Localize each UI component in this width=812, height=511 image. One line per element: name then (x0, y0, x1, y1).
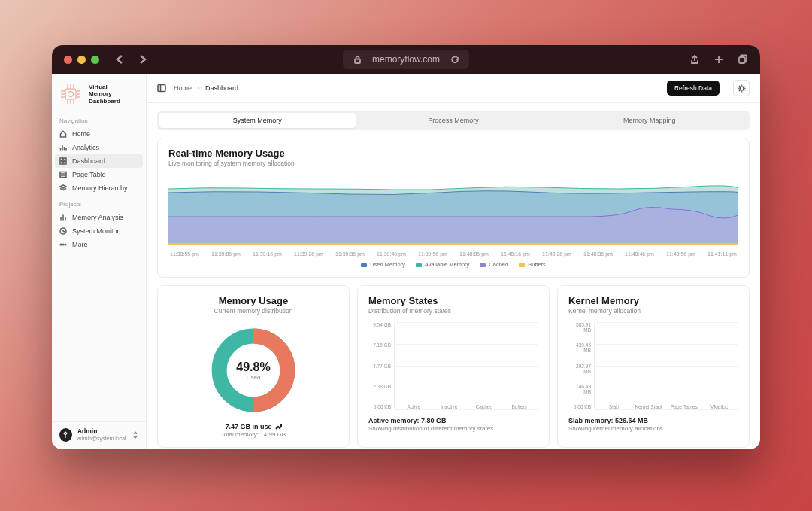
titlebar-actions (689, 54, 748, 65)
forward-icon[interactable] (138, 55, 147, 64)
dashboard-icon (59, 157, 67, 165)
y-axis: 9.54 GB7.15 GB4.77 GB2.38 GB0.00 KB (368, 322, 394, 409)
card-subtitle: Live monitoring of system memory allocat… (168, 160, 738, 167)
svg-rect-18 (60, 158, 63, 161)
maximize-icon[interactable] (91, 56, 99, 64)
svg-rect-21 (64, 162, 67, 165)
svg-point-29 (65, 244, 66, 245)
nav-section-label: Navigation (52, 116, 146, 127)
sidebar-item-dashboard[interactable]: Dashboard (55, 154, 143, 168)
sidebar-item-page-table[interactable]: Page Table (52, 168, 146, 181)
svg-point-28 (62, 244, 64, 245)
svg-line-39 (739, 90, 740, 91)
svg-rect-0 (355, 59, 360, 63)
realtime-chart (168, 178, 738, 245)
realtime-card: Real-time Memory Usage Live monitoring o… (157, 138, 750, 278)
card-title: Real-time Memory Usage (168, 148, 738, 159)
avatar (59, 428, 72, 442)
svg-point-32 (740, 87, 744, 90)
bar-label: Inactive (441, 404, 457, 409)
states-chart: 9.54 GB7.15 GB4.77 GB2.38 GB0.00 KB Acti… (368, 322, 538, 409)
breadcrumb-home[interactable]: Home (174, 84, 192, 92)
bar-label: Kernel Stack (635, 404, 663, 409)
card-title: Memory States (368, 295, 538, 306)
svg-point-27 (60, 244, 62, 245)
bar: Inactive (435, 402, 464, 409)
sidebar-item-memory-analysis[interactable]: Memory Analysis (52, 211, 146, 224)
legend-buf: Buffers (519, 261, 546, 268)
tab-memory-mapping[interactable]: Memory Mapping (551, 113, 747, 128)
url-text: memoryflow.com (372, 54, 440, 65)
sidebar-item-analytics[interactable]: Analytics (52, 141, 146, 154)
kernel-chart: 585.91 MB439.45 MB292.97 MB146.48 MB0.00… (568, 322, 738, 409)
bar: Page Tables (670, 402, 699, 409)
share-icon[interactable] (689, 54, 700, 65)
kernel-foot-main: Slab memory: 526.64 MB (568, 417, 738, 424)
theme-toggle-button[interactable] (733, 80, 750, 96)
main: Home › Dashboard Refresh Data System Mem… (147, 74, 760, 449)
app-window: memoryflow.com Virtual Memory Dashboard (52, 45, 760, 449)
minimize-icon[interactable] (77, 56, 86, 64)
tab-system-memory[interactable]: System Memory (159, 113, 356, 128)
header: Home › Dashboard Refresh Data (147, 74, 760, 103)
table-icon (59, 171, 67, 178)
card-title: Memory Usage (168, 295, 338, 306)
home-icon (59, 130, 67, 138)
bar: Active (399, 402, 429, 409)
tabs-icon[interactable] (738, 54, 748, 65)
card-subtitle: Current memory distribution (168, 307, 338, 315)
breadcrumb: Home › Dashboard (174, 84, 238, 92)
user-area[interactable]: Admin admin@system.local (52, 421, 146, 449)
bar-label: Cached (476, 404, 492, 409)
back-icon[interactable] (116, 55, 125, 64)
nav-arrows (116, 55, 147, 64)
new-tab-icon[interactable] (714, 54, 724, 65)
window-controls (64, 56, 99, 64)
bar: Kernel Stack (635, 402, 664, 409)
kernel-card: Kernel Memory Kernel memory allocation 5… (557, 285, 750, 448)
states-foot-sub: Showing distribution of different memory… (368, 425, 538, 432)
monitor-icon (59, 227, 67, 235)
refresh-button[interactable]: Refresh Data (667, 81, 720, 96)
bar: Slab (599, 402, 629, 409)
bar-label: Active (408, 404, 421, 409)
legend-cached: Cached (480, 261, 508, 268)
logo-icon (58, 81, 83, 107)
usage-foot-sub: Total memory: 14.99 GB (168, 431, 338, 438)
chart-xticks: 11:38:55 pm11:39:06 pm11:39:16 pm11:39:2… (168, 251, 738, 257)
sidebar-item-more[interactable]: More (52, 238, 146, 251)
sidebar-item-memory-hierarchy[interactable]: Memory Hierarchy (52, 181, 146, 195)
bar-label: VMalloc (710, 404, 728, 409)
logo: Virtual Memory Dashboard (52, 74, 146, 116)
tab-process-memory[interactable]: Process Memory (356, 113, 552, 128)
usage-foot-main: 7.47 GB in use (168, 423, 338, 430)
breadcrumb-current: Dashboard (205, 84, 238, 92)
sidebar-item-system-monitor[interactable]: System Monitor (52, 224, 146, 238)
bar: VMalloc (704, 402, 734, 409)
svg-rect-4 (65, 89, 76, 99)
svg-rect-19 (64, 158, 67, 161)
legend-used: Used Memory (361, 261, 405, 268)
url-bar[interactable]: memoryflow.com (343, 50, 469, 69)
svg-marker-25 (60, 185, 66, 188)
bar-label: Buffers (511, 404, 526, 409)
app-title: Virtual Memory Dashboard (89, 84, 120, 105)
sidebar: Virtual Memory Dashboard Navigation Home… (52, 74, 147, 449)
sidebar-item-home[interactable]: Home (52, 127, 146, 141)
breadcrumb-separator: › (198, 84, 200, 92)
nav-section-label: Projects (52, 199, 146, 211)
titlebar: memoryflow.com (52, 45, 760, 74)
reload-icon[interactable] (450, 56, 459, 64)
close-icon[interactable] (64, 56, 72, 64)
tabs: System Memory Process Memory Memory Mapp… (157, 111, 750, 130)
card-subtitle: Distribution of memory states (368, 307, 538, 315)
svg-rect-22 (60, 172, 66, 178)
usage-card: Memory Usage Current memory distribution… (157, 285, 350, 448)
bar: Cached (470, 402, 499, 409)
svg-line-38 (744, 90, 744, 91)
content: System Memory Process Memory Memory Mapp… (147, 103, 760, 449)
more-icon (59, 241, 67, 248)
sidebar-toggle-icon[interactable] (157, 84, 166, 93)
card-subtitle: Kernel memory allocation (568, 307, 738, 315)
layers-icon (59, 184, 67, 192)
